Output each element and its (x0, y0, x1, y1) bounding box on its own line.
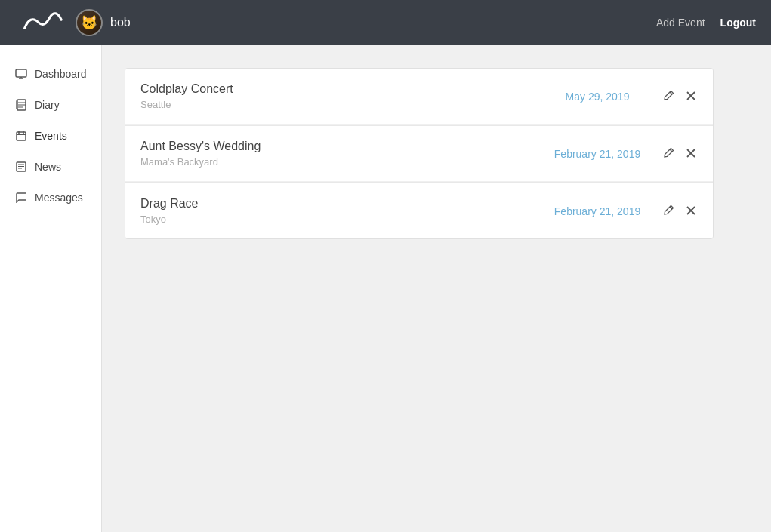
avatar-image: 🐱 (77, 9, 101, 36)
event-card: Drag Race Tokyo February 21, 2019 (125, 183, 713, 238)
sidebar: Dashboard Diary (0, 45, 102, 532)
event-info: Drag Race Tokyo (140, 197, 544, 225)
calendar-icon (15, 130, 27, 142)
svg-rect-7 (16, 100, 18, 109)
news-icon (15, 161, 27, 173)
svg-rect-8 (17, 132, 26, 140)
event-title: Coldplay Concert (140, 82, 544, 96)
username: bob (110, 16, 131, 29)
delete-icon[interactable] (684, 88, 698, 105)
logout-button[interactable]: Logout (720, 17, 756, 29)
sidebar-label-diary: Diary (35, 99, 60, 111)
avatar: 🐱 (76, 9, 103, 36)
event-actions (662, 88, 698, 105)
diary-icon (15, 99, 27, 111)
sidebar-item-news[interactable]: News (0, 153, 101, 180)
event-actions (662, 202, 698, 220)
event-date: February 21, 2019 (544, 205, 650, 217)
monitor-icon (15, 68, 27, 80)
chat-icon (15, 192, 27, 204)
sidebar-item-dashboard[interactable]: Dashboard (0, 60, 101, 88)
event-card: Aunt Bessy's Wedding Mama's Backyard Feb… (125, 126, 713, 182)
event-location: Mama's Backyard (140, 156, 544, 168)
delete-icon[interactable] (684, 146, 698, 162)
event-list: Coldplay Concert Seattle May 29, 2019 (125, 68, 714, 239)
event-location: Seattle (140, 99, 544, 110)
event-date: May 29, 2019 (544, 91, 650, 103)
main-layout: Dashboard Diary (0, 45, 771, 532)
event-info: Coldplay Concert Seattle (140, 82, 544, 110)
event-location: Tokyo (140, 214, 544, 225)
add-event-button[interactable]: Add Event (656, 17, 705, 29)
edit-icon[interactable] (662, 202, 677, 220)
header: 🐱 bob Add Event Logout (0, 0, 771, 45)
event-info: Aunt Bessy's Wedding Mama's Backyard (140, 140, 544, 168)
sidebar-item-diary[interactable]: Diary (0, 91, 101, 118)
header-actions: Add Event Logout (656, 17, 756, 29)
event-title: Aunt Bessy's Wedding (140, 140, 544, 153)
edit-icon[interactable] (662, 145, 677, 162)
event-title: Drag Race (140, 197, 544, 211)
sidebar-label-events: Events (35, 130, 67, 142)
content-area: Coldplay Concert Seattle May 29, 2019 (102, 45, 771, 532)
sidebar-item-events[interactable]: Events (0, 122, 101, 149)
sidebar-item-messages[interactable]: Messages (0, 184, 101, 211)
logo (15, 6, 68, 40)
event-card: Coldplay Concert Seattle May 29, 2019 (125, 69, 713, 125)
sidebar-label-news: News (35, 161, 61, 173)
sidebar-label-dashboard: Dashboard (35, 68, 87, 80)
svg-rect-0 (16, 69, 26, 77)
event-actions (662, 145, 698, 162)
delete-icon[interactable] (684, 203, 698, 220)
edit-icon[interactable] (662, 88, 677, 105)
event-date: February 21, 2019 (544, 148, 650, 160)
user-info: 🐱 bob (76, 9, 131, 36)
sidebar-label-messages: Messages (35, 192, 83, 204)
